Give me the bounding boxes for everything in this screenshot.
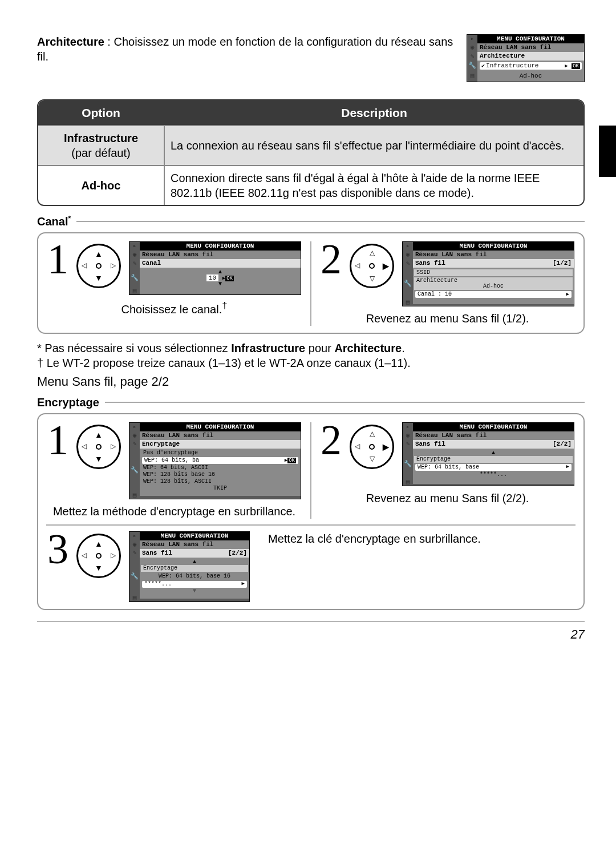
step-number-1: 1 (47, 241, 68, 277)
encrypt-step1-caption: Mettez la méthode d'encryptage en surbri… (47, 504, 301, 519)
screen-canal-2: ▸MENU CONFIGURATION ◉Réseau LAN sans fil… (402, 241, 574, 306)
screen-title: MENU CONFIGURATION (477, 35, 584, 43)
intro-text: Architecture : Choisissez un mode en fon… (37, 34, 455, 82)
thumb-tab (599, 126, 616, 177)
table-row: Infrastructure (par défaut) La connexion… (38, 125, 583, 165)
encrypt-step3-caption: Mettez la clé d'encryptage en surbrillan… (258, 531, 574, 546)
screen-canal-1: ▸MENU CONFIGURATION ◉Réseau LAN sans fil… (129, 241, 301, 295)
dpad-icon: ▲▼ ◁▷ (76, 244, 121, 288)
intro-label: Architecture (37, 35, 104, 48)
encrypt-heading: Encryptage (37, 395, 585, 410)
step-number-1: 1 (47, 422, 68, 458)
intro-row: Architecture : Choisissez un mode en fon… (37, 34, 585, 82)
cell-adhoc: Ad-hoc (82, 179, 121, 192)
pencil-icon: ✎ (467, 52, 477, 61)
play-icon: ▸ (467, 35, 477, 43)
encrypt-box: 1 ▲▼ ◁▷ ▸MENU CONFIGURATION ◉Réseau LAN … (37, 413, 585, 610)
screen-architecture: ▸ MENU CONFIGURATION ◉ Réseau LAN sans f… (467, 34, 585, 82)
divider (310, 422, 311, 519)
dpad-icon: △▽ ◁▶ (350, 244, 394, 288)
screen-encrypt-2: ▸MENU CONFIGURATION ◉Réseau LAN sans fil… (402, 422, 574, 486)
canal-box: 1 ▲▼ ◁▷ ▸MENU CONFIGURATION ◉Réseau LAN … (37, 232, 585, 334)
dpad-icon: ▲▼ ◁▷ (76, 534, 121, 578)
ok-tag: OK (572, 63, 580, 69)
th-desc: Description (165, 100, 583, 125)
footnotes: * Pas nécessaire si vous sélectionnez In… (37, 341, 585, 370)
canal-heading: Canal* (37, 214, 585, 229)
manual-page: Architecture : Choisissez un mode en fon… (37, 34, 585, 643)
options-table: Option Description Infrastructure (par d… (37, 99, 585, 206)
encrypt-step2-caption: Revenez au menu Sans fil (2/2). (321, 491, 574, 506)
option-infrastructure: Infrastructure (481, 63, 538, 69)
screen-sub: Réseau LAN sans fil (480, 45, 551, 51)
wrench-icon: 🔧 (467, 61, 477, 71)
canal-value: 10 (206, 274, 218, 281)
step-number-3: 3 (47, 531, 68, 567)
step-number-2: 2 (321, 241, 342, 277)
rule (76, 221, 585, 222)
dpad-icon: ▲▼ ◁▷ (76, 425, 121, 469)
step-number-2: 2 (321, 422, 342, 458)
th-option: Option (38, 100, 165, 125)
cell-infra-default: (par défaut) (71, 147, 130, 159)
screen-encrypt-1: ▸MENU CONFIGURATION ◉Réseau LAN sans fil… (129, 422, 301, 499)
rule (105, 402, 585, 403)
subhead-page22: Menu Sans fil, page 2/2 (37, 374, 585, 390)
option-adhoc: Ad-hoc (480, 72, 582, 80)
cell-infra: Infrastructure (64, 132, 138, 144)
dpad-icon: △▽ ◁▶ (350, 425, 394, 469)
canal-step2-caption: Revenez au menu Sans fil (1/2). (321, 311, 574, 326)
camera-icon: ◉ (467, 43, 477, 52)
divider (310, 241, 311, 326)
cell-adhoc-desc: Connexion directe sans fil d'égal à égal… (165, 165, 583, 205)
screen-encrypt-3: ▸MENU CONFIGURATION ◉Réseau LAN sans fil… (129, 531, 250, 602)
divider-h (46, 524, 576, 526)
page-number: 27 (37, 621, 585, 643)
canal-step1-caption: Choisissez le canal. (121, 303, 222, 316)
screen-label: Architecture (477, 52, 584, 61)
cell-infra-desc: La connexion au réseau sans fil s'effect… (165, 125, 583, 165)
card-icon: ▤ (467, 71, 477, 82)
table-row: Ad-hoc Connexion directe sans fil d'égal… (38, 165, 583, 205)
